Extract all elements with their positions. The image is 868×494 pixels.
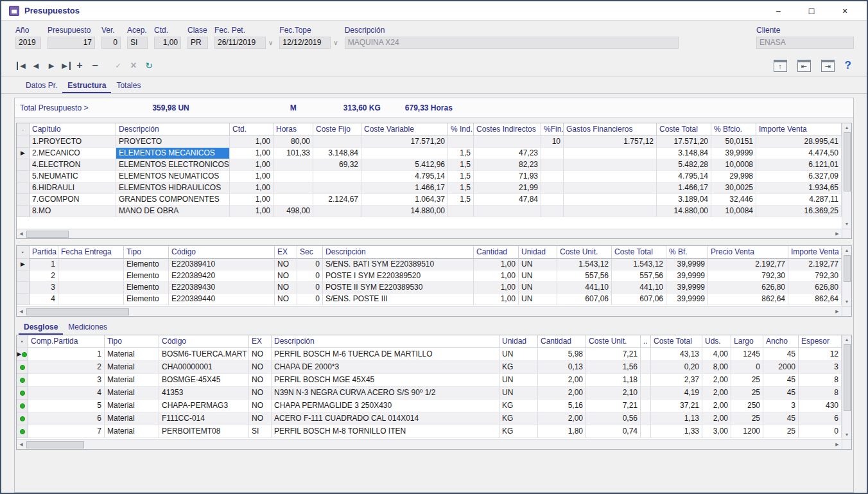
- grid-cell[interactable]: MANO DE OBRA: [116, 206, 230, 217]
- column-header-c-digo[interactable]: Código: [169, 246, 275, 259]
- grid-cell[interactable]: Elemento: [124, 294, 169, 305]
- grid-cell[interactable]: 4.ELECTRON: [30, 159, 116, 171]
- grid-cell[interactable]: 2,00: [702, 374, 731, 387]
- grid-cell[interactable]: [541, 159, 564, 171]
- grid-cell[interactable]: 5.NEUMATIC: [30, 171, 116, 182]
- grid-cell[interactable]: 5,16: [538, 400, 586, 412]
- grid-cell[interactable]: 1,5: [448, 148, 474, 159]
- scroll-left-icon[interactable]: ◀: [17, 440, 26, 449]
- grid-cell[interactable]: 2000: [763, 361, 799, 374]
- grid-cell[interactable]: 16.369,25: [756, 206, 842, 217]
- ctd-input[interactable]: 1,00: [154, 37, 181, 49]
- grid-cell[interactable]: 1,5: [448, 194, 474, 206]
- grid-cell[interactable]: 6: [799, 412, 842, 425]
- cliente-input[interactable]: ENASA: [756, 37, 854, 49]
- descripcion-input[interactable]: MAQUINA X24: [345, 37, 679, 49]
- grid-cell[interactable]: 557,56: [557, 270, 612, 282]
- grid-cell[interactable]: 2,00: [702, 400, 731, 412]
- grid-cell[interactable]: PERFIL BOSCH M-6 TUERCA DE MARTILLO: [272, 348, 499, 361]
- grid-cell[interactable]: 29,998: [711, 171, 756, 182]
- grid-cell[interactable]: 10: [541, 136, 564, 148]
- grid-cell[interactable]: 25: [731, 387, 763, 400]
- grid-cell[interactable]: Material: [105, 425, 159, 438]
- grid-cell[interactable]: [564, 159, 657, 171]
- grid-cell[interactable]: E220389420: [169, 270, 275, 282]
- grid-cell[interactable]: [273, 194, 313, 206]
- column-header-uds[interactable]: Uds.: [702, 335, 731, 348]
- grid-cell[interactable]: E220389410: [169, 259, 275, 270]
- grid-cell[interactable]: 1,00: [474, 294, 519, 305]
- column-header-descripci-n[interactable]: Descripción: [272, 335, 499, 348]
- scroll-thumb[interactable]: [844, 132, 851, 191]
- grid-cell[interactable]: 6: [28, 412, 105, 425]
- grid-cell[interactable]: 5.482,28: [657, 159, 711, 171]
- grid-cell[interactable]: 39,9999: [711, 148, 756, 159]
- grid-cell[interactable]: 17.571,20: [657, 136, 711, 148]
- grid-cell[interactable]: [313, 206, 361, 217]
- capitulos-horizontal-scrollbar[interactable]: ◀ ▶: [17, 229, 851, 238]
- grid-cell[interactable]: 1.PROYECTO: [30, 136, 116, 148]
- grid-cell[interactable]: E220389430: [169, 282, 275, 294]
- grid-cell[interactable]: Elemento: [124, 270, 169, 282]
- grid-cell[interactable]: 1,18: [586, 374, 641, 387]
- grid-cell[interactable]: N39N N-3 NEGRA CURVA ACERO S/S 90º 1/2: [272, 387, 499, 400]
- grid-cell[interactable]: 25: [731, 374, 763, 387]
- grid-cell[interactable]: 2: [28, 361, 105, 374]
- row-selector[interactable]: [17, 412, 28, 425]
- grid-cell[interactable]: 8: [799, 387, 842, 400]
- nav-last-button[interactable]: ▶: [60, 62, 71, 70]
- grid-cell[interactable]: NO: [275, 282, 297, 294]
- grid-cell[interactable]: 1,13: [651, 412, 702, 425]
- column-header-cap-tulo[interactable]: Capítulo: [30, 123, 116, 136]
- grid-cell[interactable]: 4.795,14: [657, 171, 711, 182]
- grid-cell[interactable]: 10,0084: [711, 206, 756, 217]
- fec-tope-input[interactable]: 12/12/2019: [279, 37, 331, 49]
- grid-cell[interactable]: Elemento: [124, 259, 169, 270]
- grid-cell[interactable]: 792,30: [788, 270, 842, 282]
- grid-cell[interactable]: 45: [763, 348, 799, 361]
- scroll-thumb[interactable]: [26, 441, 84, 448]
- grid-cell[interactable]: [541, 171, 564, 182]
- acep-input[interactable]: SI: [127, 37, 148, 49]
- grid-cell[interactable]: 1245: [731, 348, 763, 361]
- grid-cell[interactable]: 626,80: [708, 282, 788, 294]
- grid-cell[interactable]: 0,74: [586, 425, 641, 438]
- grid-cell[interactable]: CHAPA-PERMAG3: [159, 400, 249, 412]
- grid-cell[interactable]: 557,56: [612, 270, 666, 282]
- row-selector[interactable]: ▶: [17, 148, 30, 159]
- column-header-bf[interactable]: % Bf.: [666, 246, 708, 259]
- grid-cell[interactable]: 21,99: [474, 182, 541, 194]
- scroll-right-icon[interactable]: ▶: [833, 440, 842, 449]
- grid-cell[interactable]: 4: [30, 294, 58, 305]
- grid-cell[interactable]: POSTE I SYM E220389520: [323, 270, 474, 282]
- grid-cell[interactable]: 47,23: [474, 148, 541, 159]
- grid-cell[interactable]: [564, 182, 657, 194]
- grid-cell[interactable]: KG: [499, 400, 538, 412]
- grid-cell[interactable]: 71,93: [474, 171, 541, 182]
- grid-cell[interactable]: NO: [275, 259, 297, 270]
- grid-cell[interactable]: 4.287,11: [756, 194, 842, 206]
- tab-totales[interactable]: Totales: [111, 78, 146, 93]
- grid-cell[interactable]: 2,37: [651, 374, 702, 387]
- grid-cell[interactable]: 3: [30, 282, 58, 294]
- row-selector[interactable]: [17, 159, 30, 171]
- grid-cell[interactable]: 3.148,84: [313, 148, 361, 159]
- grid-cell[interactable]: 1.543,12: [612, 259, 666, 270]
- grid-cell[interactable]: 3,00: [702, 425, 731, 438]
- grid-cell[interactable]: 45: [763, 387, 799, 400]
- grid-cell[interactable]: 607,06: [557, 294, 612, 305]
- grid-cell[interactable]: NO: [249, 400, 272, 412]
- grid-cell[interactable]: [313, 182, 361, 194]
- grid-cell[interactable]: 2.192,77: [708, 259, 788, 270]
- grid-cell[interactable]: [564, 206, 657, 217]
- grid-cell[interactable]: 45: [763, 374, 799, 387]
- chevron-down-icon[interactable]: ∨: [268, 39, 273, 46]
- column-header-precio-venta[interactable]: Precio Venta: [708, 246, 788, 259]
- row-selector[interactable]: [17, 282, 30, 294]
- grid-cell[interactable]: S/ENS. BATI SYM E220389510: [323, 259, 474, 270]
- grid-cell[interactable]: Material: [105, 412, 159, 425]
- grid-cell[interactable]: 4.474,50: [756, 148, 842, 159]
- grid-cell[interactable]: 17.571,20: [361, 136, 448, 148]
- insert-record-button[interactable]: +: [73, 60, 86, 71]
- grid-cell[interactable]: 1,00: [230, 136, 273, 148]
